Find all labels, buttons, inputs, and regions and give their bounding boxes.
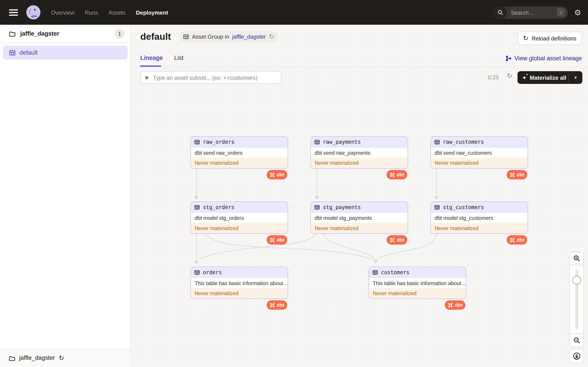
asset-group-icon	[9, 49, 16, 56]
asset-node-stg_payments[interactable]: stg_payments dbt model stg_payments Neve…	[311, 201, 408, 234]
asset-group-icon	[183, 33, 189, 39]
refresh-timer: 0:25	[488, 74, 499, 80]
asset-description: dbt model stg_payments	[311, 213, 407, 223]
asset-name: stg_payments	[323, 204, 361, 210]
dbt-logo-icon	[448, 302, 453, 308]
dbt-logo-icon	[510, 172, 515, 177]
search-shortcut-key: /	[557, 8, 565, 17]
asset-subset-filter[interactable]: ✳	[140, 71, 282, 84]
breadcrumb-location-link[interactable]: jaffle_dagster	[232, 33, 266, 40]
nav-deployment[interactable]: Deployment	[136, 9, 168, 16]
materialize-all-button[interactable]: ✦✦ Materialize all ▾	[518, 71, 582, 84]
zoom-slider-handle[interactable]	[572, 276, 581, 285]
refresh-graph-icon[interactable]: ↻	[507, 73, 512, 79]
dbt-badge-label: dbt	[277, 237, 284, 243]
nav-overview[interactable]: Overview	[51, 9, 74, 16]
tab-lineage[interactable]: Lineage	[140, 55, 163, 61]
asset-node-header: orders	[191, 267, 288, 278]
materialize-dropdown-caret[interactable]: ▾	[569, 75, 582, 80]
zoom-in-button[interactable]	[570, 252, 583, 265]
asset-name: raw_customers	[443, 139, 484, 145]
lineage-graph-icon	[505, 56, 511, 61]
reload-location-icon[interactable]: ↻	[59, 355, 64, 361]
reload-definitions-button[interactable]: ↻ Reload definitions	[517, 32, 582, 45]
asset-group-breadcrumb: Asset Group in jaffle_dagster ↻	[179, 31, 279, 42]
search-placeholder: Search...	[511, 9, 557, 16]
dbt-badge-label: dbt	[397, 172, 405, 178]
table-icon	[372, 269, 378, 275]
tab-list[interactable]: List	[174, 55, 183, 61]
view-global-asset-lineage-link[interactable]: View global asset lineage	[505, 55, 582, 62]
dbt-logo-icon	[269, 237, 275, 242]
download-image-button[interactable]	[569, 349, 584, 363]
asset-name: orders	[203, 269, 222, 275]
sidebar-footer: jaffle_dagster ↻	[0, 349, 130, 367]
refresh-group-icon[interactable]: ↻	[269, 33, 274, 40]
search-input[interactable]: Search... /	[493, 6, 568, 18]
main-content: default Asset Group in jaffle_dagster ↻ …	[131, 25, 588, 367]
footer-code-location-name: jaffle_dagster	[19, 355, 55, 361]
download-icon	[572, 352, 581, 360]
dbt-badge: dbt	[507, 235, 527, 245]
sidebar-item-code-location[interactable]: jaffle_dagster 1	[0, 25, 130, 43]
table-icon	[194, 139, 200, 145]
dbt-badge: dbt	[387, 235, 407, 245]
asset-node-raw_customers[interactable]: raw_customers dbt seed raw_customers Nev…	[431, 136, 528, 168]
asset-name: stg_customers	[443, 204, 484, 210]
dbt-logo-icon	[389, 172, 395, 177]
asset-subset-input[interactable]	[152, 74, 277, 81]
sidebar-item-default-group[interactable]: default	[3, 46, 128, 59]
dagster-app: Overview Runs Assets Deployment Search..…	[0, 0, 588, 367]
table-icon	[434, 139, 440, 145]
asset-node-stg_orders[interactable]: stg_orders dbt model stg_orders Never ma…	[190, 201, 288, 234]
dbt-badge-label: dbt	[517, 172, 524, 178]
hamburger-menu-icon[interactable]	[9, 9, 18, 16]
table-icon	[194, 269, 200, 275]
tabs-divider	[131, 67, 588, 67]
asset-node-raw_payments[interactable]: raw_payments dbt seed raw_payments Never…	[311, 136, 408, 168]
asset-status: Never materialized	[191, 288, 288, 298]
asset-node-header: raw_orders	[191, 137, 288, 148]
nav-assets[interactable]: Assets	[109, 9, 125, 16]
zoom-out-icon	[573, 337, 580, 344]
asset-name: raw_payments	[323, 139, 361, 145]
asset-node-orders[interactable]: orders This table has basic information …	[190, 267, 288, 299]
asset-name: customers	[381, 269, 409, 275]
asset-status: Never materialized	[431, 223, 528, 233]
breadcrumb-prefix: Asset Group in	[192, 33, 229, 40]
materialize-sparkle-icon: ✦✦	[522, 75, 527, 80]
active-tab-indicator	[140, 66, 161, 67]
dbt-badge-label: dbt	[277, 172, 284, 178]
top-nav-bar: Overview Runs Assets Deployment Search..…	[0, 0, 588, 25]
asset-status: Never materialized	[311, 158, 407, 168]
asset-selection-icon: ✳	[144, 75, 149, 80]
asset-node-header: raw_customers	[431, 137, 528, 148]
asset-node-stg_customers[interactable]: stg_customers dbt model stg_customers Ne…	[431, 201, 528, 234]
asset-node-raw_orders[interactable]: raw_orders dbt seed raw_orders Never mat…	[190, 136, 288, 168]
nav-runs[interactable]: Runs	[85, 9, 98, 16]
sidebar-group-label: default	[19, 49, 37, 56]
dbt-badge-label: dbt	[517, 237, 524, 243]
dbt-logo-icon	[389, 237, 395, 242]
dbt-badge: dbt	[267, 170, 287, 179]
dagster-logo-icon[interactable]	[26, 5, 41, 19]
dbt-logo-icon	[269, 172, 275, 177]
dbt-logo-icon	[510, 237, 515, 242]
asset-status: Never materialized	[311, 223, 407, 233]
asset-name: stg_orders	[203, 204, 234, 210]
asset-node-customers[interactable]: customers This table has basic informati…	[369, 267, 466, 299]
table-icon	[434, 204, 440, 210]
asset-name: raw_orders	[203, 139, 234, 145]
sidebar: jaffle_dagster 1 default jaffle_dagster …	[0, 25, 131, 367]
zoom-controls	[569, 252, 584, 347]
table-icon	[194, 204, 200, 210]
zoom-out-button[interactable]	[570, 334, 583, 347]
reload-icon: ↻	[523, 35, 528, 41]
zoom-slider[interactable]	[570, 265, 583, 334]
asset-description: dbt seed raw_orders	[191, 148, 288, 158]
asset-status: Never materialized	[191, 158, 288, 168]
dbt-badge: dbt	[445, 300, 465, 310]
page-title: default	[140, 31, 171, 42]
gear-icon[interactable]: ⚙	[574, 8, 581, 17]
asset-node-header: stg_orders	[191, 202, 288, 213]
